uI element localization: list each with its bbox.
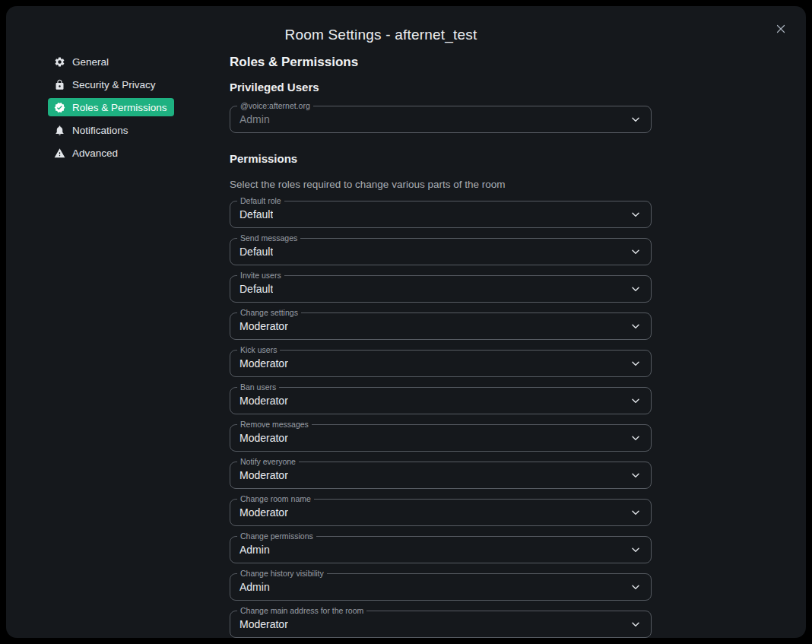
select-label: Ban users <box>237 382 279 392</box>
close-button[interactable] <box>774 22 788 36</box>
close-icon <box>774 22 788 36</box>
select-field-change-room-name[interactable]: Change room name Moderator <box>230 499 652 526</box>
privileged-users-fields: @voice:afternet.org Admin <box>230 106 652 133</box>
select-value: Admin <box>239 544 270 556</box>
select-field-invite-users[interactable]: Invite users Default <box>230 275 652 303</box>
select-label: Change permissions <box>237 531 316 541</box>
sidebar-item-label: Security & Privacy <box>72 79 156 90</box>
chevron-down-icon <box>630 113 642 125</box>
sidebar-item-general[interactable]: General <box>48 52 116 71</box>
select-label: Change settings <box>237 308 301 318</box>
select-value: Moderator <box>239 357 288 370</box>
chevron-down-icon <box>630 246 642 258</box>
select-value: Moderator <box>239 469 288 481</box>
gear-icon <box>54 56 65 68</box>
permissions-fields: Default role Default Send messages Defau… <box>230 201 652 638</box>
select-value: Default <box>239 246 273 258</box>
dialog-title: Room Settings - afternet_test <box>6 27 756 43</box>
chevron-down-icon <box>630 357 642 370</box>
select-label: Invite users <box>237 271 284 281</box>
select-field-change-history-visibility[interactable]: Change history visibility Admin <box>230 573 652 601</box>
select-value: Moderator <box>239 432 288 444</box>
select-label: Kick users <box>237 345 280 355</box>
select-field-remove-messages[interactable]: Remove messages Moderator <box>230 424 652 452</box>
permissions-description: Select the roles required to change vari… <box>230 178 652 191</box>
chevron-down-icon <box>630 581 642 593</box>
lock-icon <box>54 79 65 90</box>
chevron-down-icon <box>630 469 642 481</box>
chevron-down-icon <box>630 320 642 332</box>
select-label: Change history visibility <box>237 569 327 579</box>
select-value: Admin <box>239 581 270 593</box>
chevron-down-icon <box>630 432 642 444</box>
select-field-voice-afternet-org[interactable]: @voice:afternet.org Admin <box>230 106 652 133</box>
bell-icon <box>54 125 65 136</box>
select-value: Default <box>239 283 273 295</box>
page-title: Roles & Permissions <box>230 54 652 70</box>
sidebar-item-notifications[interactable]: Notifications <box>48 121 135 139</box>
select-value: Moderator <box>239 395 288 407</box>
select-value: Moderator <box>239 618 288 630</box>
select-field-send-messages[interactable]: Send messages Default <box>230 238 652 265</box>
select-field-change-permissions[interactable]: Change permissions Admin <box>230 536 652 563</box>
chevron-down-icon <box>630 618 642 630</box>
sidebar-item-label: Roles & Permissions <box>72 102 167 113</box>
select-value: Moderator <box>239 506 288 519</box>
select-field-notify-everyone[interactable]: Notify everyone Moderator <box>230 462 652 489</box>
chevron-down-icon <box>630 283 642 295</box>
select-field-change-main-address-for-the-room[interactable]: Change main address for the room Moderat… <box>230 611 652 638</box>
sidebar-item-label: General <box>72 56 109 68</box>
room-settings-dialog: Room Settings - afternet_test General Se… <box>6 6 806 638</box>
chevron-down-icon <box>630 208 642 220</box>
select-value: Admin <box>239 113 270 125</box>
select-value: Moderator <box>239 320 288 332</box>
sidebar-item-security-privacy[interactable]: Security & Privacy <box>48 75 163 94</box>
select-label: Change main address for the room <box>237 606 366 616</box>
warning-icon <box>54 148 65 159</box>
select-label: @voice:afternet.org <box>237 101 313 111</box>
sidebar-item-label: Notifications <box>72 125 128 136</box>
chevron-down-icon <box>630 506 642 519</box>
permissions-heading: Permissions <box>230 152 652 166</box>
select-label: Default role <box>237 196 284 206</box>
roles-permissions-panel: Roles & Permissions Privileged Users @vo… <box>230 54 652 638</box>
chevron-down-icon <box>630 544 642 556</box>
select-label: Remove messages <box>237 420 312 430</box>
settings-sidebar: General Security & Privacy Roles & Permi… <box>48 52 200 167</box>
select-value: Default <box>239 208 273 220</box>
select-field-kick-users[interactable]: Kick users Moderator <box>230 350 652 377</box>
select-label: Change room name <box>237 494 314 504</box>
select-label: Notify everyone <box>237 457 299 467</box>
select-field-change-settings[interactable]: Change settings Moderator <box>230 312 652 340</box>
chevron-down-icon <box>630 395 642 407</box>
sidebar-item-label: Advanced <box>72 148 118 159</box>
select-field-default-role[interactable]: Default role Default <box>230 201 652 228</box>
select-field-ban-users[interactable]: Ban users Moderator <box>230 387 652 414</box>
verified-badge-icon <box>54 102 65 113</box>
sidebar-item-advanced[interactable]: Advanced <box>48 144 125 162</box>
select-label: Send messages <box>237 233 300 243</box>
privileged-users-heading: Privileged Users <box>230 81 652 94</box>
sidebar-item-roles-permissions[interactable]: Roles & Permissions <box>48 98 174 116</box>
